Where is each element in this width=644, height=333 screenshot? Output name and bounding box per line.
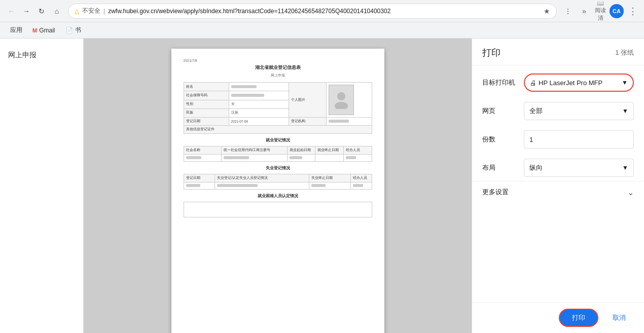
bookmarks-bar: ​ 应用 M Gmail 📄 书 (0, 22, 644, 39)
toolbar-right: ⋮ » 📖 阅读清 CA ⋮ (561, 4, 640, 18)
preview-area: 2021/7/8 湖北省就业登记信息表 网上申报 姓名 个人图片 (84, 39, 472, 333)
spacer (472, 203, 644, 303)
unemp-col2: 失业登记/认定失业人员登记情况 (215, 174, 309, 182)
emp-row1-col5 (343, 155, 372, 162)
emp-row1-col2 (221, 155, 287, 162)
svg-point-0 (337, 92, 345, 100)
unemployment-section-title: 失业登记情况 (184, 166, 372, 171)
more-settings-row[interactable]: 更多设置 ⌄ (472, 181, 644, 203)
recognition-table (184, 202, 372, 217)
unemp-row1-col3 (309, 182, 350, 190)
emp-col5: 经办人员 (343, 146, 372, 155)
reg-date-label: 登记日期 (184, 118, 229, 126)
pages-select[interactable]: 全部 ▼ (524, 102, 634, 120)
document-date: 2021/7/8 (184, 59, 372, 62)
pages-value: 全部 (529, 106, 543, 116)
unemployment-table: 登记日期 失业登记/认定失业人员登记情况 失业终止日期 经办人员 (184, 174, 372, 190)
print-panel: 打印 1 张纸 目标打印机 🖨 HP LaserJet Pro MFP ▼ (472, 39, 644, 333)
emp-row1-col1 (184, 155, 221, 162)
reader-mode-button[interactable]: 📖 阅读清 (593, 4, 607, 18)
back-button[interactable]: ← (4, 4, 18, 18)
unemp-col1: 登记日期 (184, 174, 215, 182)
browser-window: ← → ↻ ⌂ △ 不安全 | zwfw.hubei.gov.cn/webvie… (0, 0, 644, 333)
user-avatar-button[interactable]: CA (610, 4, 624, 18)
emp-row1-col3 (287, 155, 315, 162)
emp-row1-col4 (315, 155, 344, 162)
id-value (229, 91, 289, 100)
bookmark-apps[interactable]: ​ 应用 (4, 24, 26, 36)
printer-control: 🖨 HP LaserJet Pro MFP ▼ (524, 73, 634, 92)
bookmark-apps-label: 应用 (10, 26, 22, 34)
printer-icon: 🖨 (530, 79, 536, 87)
personal-info-table: 姓名 个人图片 社会保障号 (184, 82, 372, 134)
print-form: 目标打印机 🖨 HP LaserJet Pro MFP ▼ 网页 (472, 65, 644, 181)
layout-row: 布局 纵向 ▼ (482, 159, 634, 177)
gender-label: 性别 (184, 100, 229, 108)
printer-chevron-icon: ▼ (622, 79, 628, 86)
content-area: 网上申报 2021/7/8 湖北省就业登记信息表 网上申报 姓名 个人图片 (0, 39, 644, 333)
emp-col4: 就业终止日期 (315, 146, 344, 155)
gender-value: 女 (229, 100, 289, 108)
reg-org-label: 登记机构 (289, 118, 327, 126)
forward-button[interactable]: → (19, 4, 33, 18)
photo-cell (327, 83, 372, 118)
unemp-row1-col4 (351, 182, 372, 190)
ethnicity-label: 民族 (184, 108, 229, 117)
id-label: 社会保障号码 (184, 91, 229, 100)
employment-table: 社会名称 统一社会信用代码/工商注册号 就业起始日期 就业终止日期 经办人员 (184, 146, 372, 162)
layout-label: 布局 (482, 163, 518, 172)
other-info-label: 其他信息登记证件 (184, 126, 372, 134)
browser-toolbar: ← → ↻ ⌂ △ 不安全 | zwfw.hubei.gov.cn/webvie… (0, 0, 644, 22)
printer-select[interactable]: 🖨 HP LaserJet Pro MFP ▼ (524, 73, 634, 92)
home-button[interactable]: ⌂ (50, 4, 64, 18)
gmail-icon: M (32, 27, 37, 33)
layout-control: 纵向 ▼ (524, 159, 634, 177)
address-bar[interactable]: △ 不安全 | zwfw.hubei.gov.cn/webview/apply/… (68, 4, 557, 19)
url-text: zwfw.hubei.gov.cn/webview/apply/sbIndex.… (108, 8, 541, 15)
bookmark-3-icon: 📄 (65, 27, 73, 34)
emp-col3: 就业起始日期 (287, 146, 315, 155)
photo-placeholder (329, 85, 354, 115)
extensions-button[interactable]: ⋮ (561, 4, 575, 18)
layout-chevron-icon: ▼ (622, 164, 628, 171)
sidebar-item-online-report[interactable]: 网上申报 (8, 49, 75, 62)
layout-select[interactable]: 纵向 ▼ (524, 159, 634, 177)
menu-button[interactable]: ⋮ (626, 4, 640, 18)
copies-row: 份数 (482, 130, 634, 149)
print-button[interactable]: 打印 (559, 309, 598, 327)
pages-chevron-icon: ▼ (622, 107, 628, 115)
reload-button[interactable]: ↻ (34, 4, 49, 18)
emp-col1: 社会名称 (184, 146, 221, 155)
unemp-row1-col2 (215, 182, 309, 190)
reg-date-value: 2021-07-08 (229, 118, 289, 126)
recognition-empty (184, 202, 372, 217)
layout-value: 纵向 (529, 163, 543, 172)
copies-label: 份数 (482, 135, 518, 144)
pages-row: 网页 全部 ▼ (482, 102, 634, 120)
emp-col2: 统一社会信用代码/工商注册号 (221, 146, 287, 155)
pages-control: 全部 ▼ (524, 102, 634, 120)
bookmark-star-icon[interactable]: ★ (544, 7, 550, 15)
reg-org-value (327, 118, 372, 126)
photo-label: 个人图片 (289, 83, 327, 118)
expand-icon: ⌄ (627, 188, 634, 197)
print-panel-header: 打印 1 张纸 (472, 39, 644, 65)
employment-section-title: 就业登记情况 (184, 138, 372, 143)
pages-label: 网页 (482, 106, 518, 116)
document-header: 2021/7/8 湖北省就业登记信息表 网上申报 (184, 59, 372, 78)
copies-input[interactable] (524, 130, 634, 149)
bookmarks-button[interactable]: » (577, 4, 591, 18)
cancel-button[interactable]: 取消 (604, 309, 634, 327)
recognition-section-title: 就业困难人员认定情况 (184, 194, 372, 199)
print-title: 打印 (482, 47, 500, 59)
unemp-col3: 失业终止日期 (309, 174, 350, 182)
name-value (229, 83, 289, 91)
bookmark-3-label: 书 (75, 26, 81, 34)
bookmark-3[interactable]: 📄 书 (61, 24, 85, 36)
document-page: 2021/7/8 湖北省就业登记信息表 网上申报 姓名 个人图片 (171, 49, 384, 333)
separator: | (103, 8, 105, 15)
more-settings-label: 更多设置 (482, 188, 509, 197)
unemp-col4: 经办人员 (351, 174, 372, 182)
bookmark-gmail[interactable]: M Gmail (28, 25, 59, 36)
ethnicity-value: 汉族 (229, 108, 289, 117)
